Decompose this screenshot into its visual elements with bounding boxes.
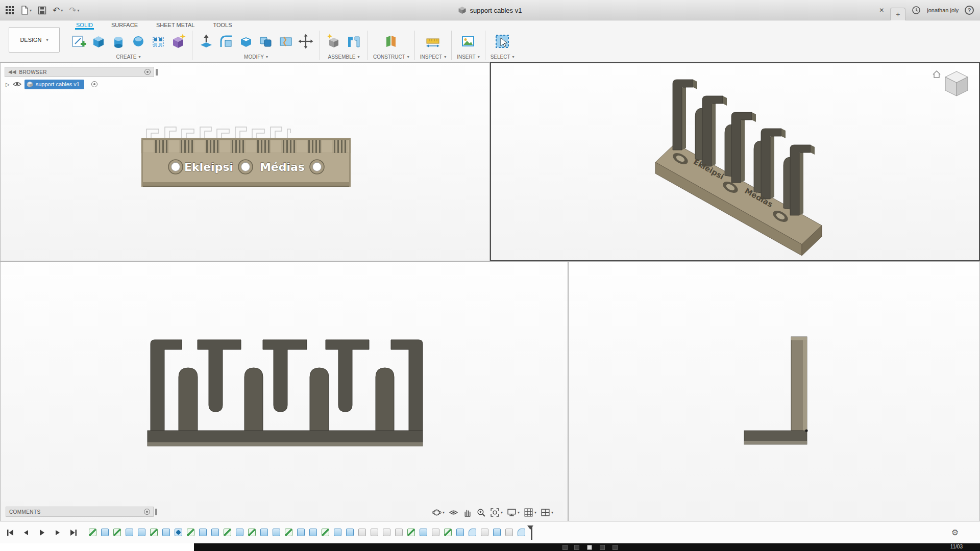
- timeline-feature-extrude[interactable]: [260, 529, 268, 536]
- new-tab-button[interactable]: +: [890, 8, 905, 20]
- timeline-feature-extrude[interactable]: [334, 529, 341, 536]
- display-settings-button[interactable]: ▾: [507, 508, 520, 517]
- create-menu-button[interactable]: CREATE: [116, 53, 141, 60]
- timeline-feature-extrude[interactable]: [101, 529, 109, 536]
- primitive-cylinder-button[interactable]: [110, 33, 127, 50]
- comments-options-button[interactable]: [144, 509, 150, 515]
- timeline-feature-sketch[interactable]: [113, 529, 121, 536]
- primitive-sphere-button[interactable]: [130, 33, 147, 50]
- perspective-view-canvas[interactable]: Ekleipsi Médias: [491, 63, 979, 260]
- viewport-front[interactable]: Ekleipsi Médias ◀◀ BROWSER ▷: [0, 62, 490, 261]
- comments-header[interactable]: COMMENTS: [6, 507, 154, 517]
- new-component-button[interactable]: [325, 33, 342, 50]
- timeline-feature-hole[interactable]: [175, 529, 182, 536]
- timeline-feature-fillet[interactable]: [518, 529, 525, 536]
- look-at-button[interactable]: [449, 508, 458, 517]
- save-button[interactable]: [38, 6, 46, 15]
- timeline-feature-doc[interactable]: [481, 529, 488, 536]
- timeline-feature-extrude[interactable]: [297, 529, 305, 536]
- timeline-feature-sketch[interactable]: [224, 529, 231, 536]
- timeline-feature-doc[interactable]: [383, 529, 390, 536]
- taskbar-app-icon[interactable]: [600, 545, 605, 550]
- construct-menu-button[interactable]: CONSTRUCT: [373, 53, 409, 60]
- press-pull-button[interactable]: [198, 33, 215, 50]
- app-menu-button[interactable]: [5, 6, 14, 15]
- front-view-canvas[interactable]: Ekleipsi Médias: [1, 63, 489, 261]
- expand-arrow-icon[interactable]: ▷: [6, 82, 10, 87]
- timeline-feature-extrude[interactable]: [162, 529, 170, 536]
- timeline-feature-doc[interactable]: [395, 529, 403, 536]
- design-menu-button[interactable]: DESIGN: [9, 27, 60, 53]
- create-form-button[interactable]: [169, 33, 187, 50]
- timeline-feature-extrude[interactable]: [493, 529, 501, 536]
- orbit-button[interactable]: ▾: [432, 508, 445, 517]
- taskbar-app-icon[interactable]: [562, 545, 568, 550]
- go-to-start-button[interactable]: [6, 529, 14, 537]
- timeline-feature-sketch[interactable]: [89, 529, 96, 536]
- help-button[interactable]: ?: [965, 6, 974, 15]
- timeline-feature-sketch[interactable]: [248, 529, 256, 536]
- split-body-button[interactable]: [277, 33, 295, 50]
- comments-resize-handle[interactable]: [155, 509, 157, 515]
- activate-component-radio[interactable]: [91, 81, 97, 87]
- home-icon[interactable]: [933, 71, 940, 78]
- timeline-feature-sketch[interactable]: [444, 529, 452, 536]
- taskbar-app-icon[interactable]: [574, 545, 579, 550]
- side-view-canvas[interactable]: [569, 262, 979, 521]
- create-sketch-button[interactable]: [70, 33, 87, 50]
- top-view-canvas[interactable]: [1, 262, 568, 521]
- job-status-icon[interactable]: [912, 6, 921, 15]
- timeline-feature-doc[interactable]: [505, 529, 513, 536]
- play-button[interactable]: [38, 529, 46, 537]
- timeline-feature-extrude[interactable]: [420, 529, 427, 536]
- timeline-settings-button[interactable]: ⚙: [951, 529, 959, 537]
- timeline-feature-doc[interactable]: [432, 529, 439, 536]
- go-to-end-button[interactable]: [69, 529, 78, 537]
- view-cube[interactable]: [931, 67, 974, 101]
- timeline-feature-extrude[interactable]: [199, 529, 207, 536]
- taskbar-app-icon[interactable]: [587, 545, 592, 550]
- browser-collapse-icon[interactable]: ◀◀: [8, 69, 16, 74]
- timeline-feature-extrude[interactable]: [211, 529, 219, 536]
- user-account-button[interactable]: jonathan joly: [927, 7, 959, 13]
- joint-button[interactable]: [345, 33, 362, 50]
- timeline-feature-sketch[interactable]: [187, 529, 194, 536]
- fit-button[interactable]: ▾: [490, 508, 503, 517]
- redo-button[interactable]: ↷ ▾: [69, 6, 79, 15]
- viewport-top[interactable]: COMMENTS ▾: [0, 261, 568, 521]
- viewport-perspective[interactable]: Ekleipsi Médias: [490, 62, 980, 261]
- timeline-feature-extrude[interactable]: [236, 529, 243, 536]
- tab-sheet-metal[interactable]: SHEET METAL: [155, 22, 195, 30]
- visibility-eye-icon[interactable]: [13, 81, 21, 87]
- timeline-position-marker[interactable]: [529, 525, 534, 540]
- select-menu-button[interactable]: SELECT: [491, 53, 514, 60]
- timeline-feature-sketch[interactable]: [407, 529, 415, 536]
- browser-resize-handle[interactable]: [156, 69, 158, 76]
- combine-button[interactable]: [257, 33, 275, 50]
- step-forward-button[interactable]: [54, 529, 62, 537]
- browser-root-item[interactable]: support cables v1: [24, 80, 84, 89]
- timeline-feature-extrude[interactable]: [456, 529, 464, 536]
- inspect-menu-button[interactable]: INSPECT: [420, 53, 446, 60]
- pan-button[interactable]: [462, 508, 472, 517]
- os-taskbar-strip[interactable]: 11/03: [194, 543, 980, 551]
- measure-button[interactable]: [424, 33, 442, 50]
- timeline-feature-doc[interactable]: [371, 529, 378, 536]
- timeline-feature-extrude[interactable]: [273, 529, 280, 536]
- zoom-button[interactable]: [476, 508, 486, 517]
- insert-menu-button[interactable]: INSERT: [457, 53, 480, 60]
- taskbar-clock[interactable]: 11/03: [950, 544, 963, 549]
- timeline-feature-extrude[interactable]: [346, 529, 354, 536]
- taskbar-app-icon[interactable]: [612, 545, 618, 550]
- file-menu-button[interactable]: ▾: [20, 6, 32, 15]
- insert-canvas-button[interactable]: [459, 33, 477, 50]
- tab-tools[interactable]: TOOLS: [212, 22, 233, 30]
- fillet-button[interactable]: [217, 33, 235, 50]
- tab-solid[interactable]: SOLID: [75, 22, 94, 30]
- step-back-button[interactable]: [22, 529, 30, 537]
- timeline-feature-sketch[interactable]: [285, 529, 292, 536]
- close-tab-button[interactable]: ✕: [879, 7, 884, 14]
- shell-button[interactable]: [237, 33, 255, 50]
- construct-plane-button[interactable]: [382, 33, 400, 50]
- assemble-menu-button[interactable]: ASSEMBLE: [328, 53, 360, 60]
